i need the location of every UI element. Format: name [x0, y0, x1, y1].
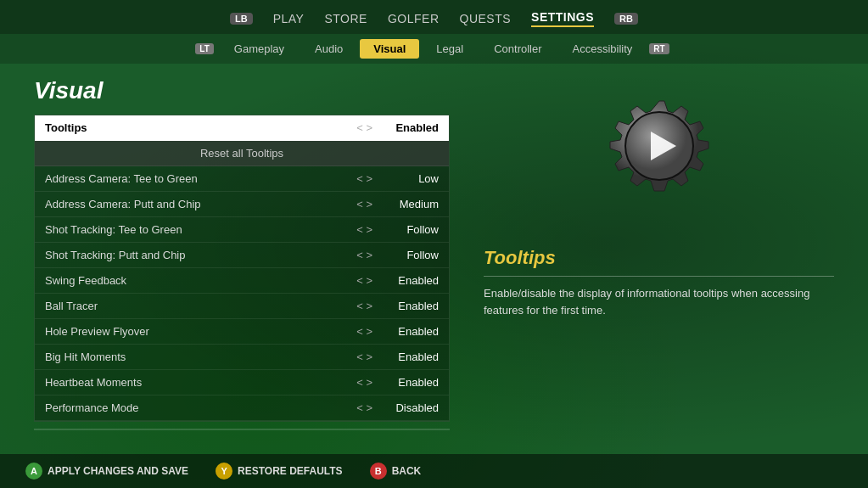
- arrow-control-address-camera-putt[interactable]: < >: [356, 198, 372, 210]
- setting-row-ball-tracer[interactable]: Ball Tracer < > Enabled: [35, 294, 449, 319]
- arrow-control-address-camera-tee[interactable]: < >: [356, 172, 372, 185]
- arrow-control-hole-preview[interactable]: < >: [356, 325, 372, 338]
- nav-golfer[interactable]: GOLFER: [388, 12, 440, 25]
- setting-value-performance: Disabled: [379, 401, 439, 414]
- arrow-control-heartbeat[interactable]: < >: [356, 376, 372, 389]
- arrow-control-shot-tracking-putt[interactable]: < >: [356, 249, 372, 261]
- tab-bar: LT Gameplay Audio Visual Legal Controlle…: [0, 34, 868, 64]
- settings-list: Tooltips < > Enabled Reset all Tooltips …: [34, 115, 450, 422]
- arrow-control-swing-feedback[interactable]: < >: [356, 274, 372, 287]
- b-button: B: [370, 463, 387, 480]
- setting-row-performance[interactable]: Performance Mode < > Disabled: [35, 395, 449, 421]
- setting-value-shot-tracking-tee: Follow: [379, 223, 439, 236]
- rt-trigger: RT: [649, 43, 669, 54]
- setting-row-tooltips[interactable]: Tooltips < > Enabled: [35, 115, 449, 141]
- setting-value-hole-preview: Enabled: [379, 325, 439, 338]
- apply-label: APPLY CHANGES AND SAVE: [48, 465, 188, 477]
- nav-settings[interactable]: SETTINGS: [531, 10, 594, 27]
- right-panel: Tooltips Enable/disable the display of i…: [484, 77, 834, 440]
- setting-label-hole-preview: Hole Preview Flyover: [45, 325, 356, 338]
- setting-label-big-hit: Big Hit Moments: [45, 351, 356, 363]
- arrow-control-tooltips[interactable]: < >: [356, 121, 372, 134]
- tab-accessibility[interactable]: Accessibility: [559, 39, 647, 59]
- setting-row-shot-tracking-putt[interactable]: Shot Tracking: Putt and Chip < > Follow: [35, 243, 449, 268]
- back-action[interactable]: B BACK: [370, 463, 422, 480]
- a-button: A: [25, 463, 42, 480]
- info-description: Enable/disable the display of informatio…: [484, 285, 834, 318]
- bottom-bar: A APPLY CHANGES AND SAVE Y RESTORE DEFAU…: [0, 454, 868, 488]
- arrow-control-shot-tracking-tee[interactable]: < >: [356, 223, 372, 236]
- setting-label-heartbeat: Heartbeat Moments: [45, 376, 356, 389]
- setting-row-reset[interactable]: Reset all Tooltips: [35, 141, 449, 166]
- tab-gameplay[interactable]: Gameplay: [221, 39, 298, 59]
- nav-quests[interactable]: QUESTS: [460, 12, 512, 25]
- setting-row-shot-tracking-tee[interactable]: Shot Tracking: Tee to Green < > Follow: [35, 217, 449, 243]
- arrow-control-big-hit[interactable]: < >: [356, 351, 372, 363]
- restore-label: RESTORE DEFAULTS: [238, 465, 343, 477]
- setting-label-tooltips: Tooltips: [45, 121, 356, 134]
- setting-value-address-camera-tee: Low: [379, 172, 439, 185]
- nav-play[interactable]: PLAY: [273, 12, 305, 25]
- setting-label-shot-tracking-putt: Shot Tracking: Putt and Chip: [45, 249, 356, 261]
- setting-label-address-camera-tee: Address Camera: Tee to Green: [45, 172, 356, 185]
- divider: [34, 429, 450, 430]
- main-content: Visual Tooltips < > Enabled Reset all To…: [0, 64, 868, 454]
- page-title: Visual: [34, 77, 450, 104]
- setting-value-big-hit: Enabled: [379, 351, 439, 363]
- gear-play-icon: [600, 94, 719, 213]
- setting-value-swing-feedback: Enabled: [379, 274, 439, 287]
- setting-row-big-hit[interactable]: Big Hit Moments < > Enabled: [35, 345, 449, 370]
- setting-row-hole-preview[interactable]: Hole Preview Flyover < > Enabled: [35, 319, 449, 345]
- tab-controller[interactable]: Controller: [480, 39, 555, 59]
- setting-row-address-camera-putt[interactable]: Address Camera: Putt and Chip < > Medium: [35, 192, 449, 217]
- top-nav: LB PLAY STORE GOLFER QUESTS SETTINGS RB: [0, 0, 868, 34]
- restore-action[interactable]: Y RESTORE DEFAULTS: [216, 463, 343, 480]
- info-title: Tooltips: [484, 247, 834, 277]
- setting-row-address-camera-tee[interactable]: Address Camera: Tee to Green < > Low: [35, 166, 449, 192]
- apply-action[interactable]: A APPLY CHANGES AND SAVE: [25, 463, 188, 480]
- lt-trigger: LT: [195, 43, 213, 54]
- arrow-control-ball-tracer[interactable]: < >: [356, 300, 372, 312]
- rb-trigger: RB: [614, 13, 638, 25]
- tab-visual[interactable]: Visual: [360, 39, 419, 59]
- setting-value-heartbeat: Enabled: [379, 376, 439, 389]
- setting-value-shot-tracking-putt: Follow: [379, 249, 439, 261]
- reset-label: Reset all Tooltips: [200, 147, 283, 160]
- y-button: Y: [216, 463, 232, 480]
- arrow-control-performance[interactable]: < >: [356, 401, 372, 414]
- setting-label-ball-tracer: Ball Tracer: [45, 300, 356, 312]
- setting-row-swing-feedback[interactable]: Swing Feedback < > Enabled: [35, 268, 449, 294]
- gear-icon-container: [600, 94, 719, 213]
- tab-audio[interactable]: Audio: [301, 39, 356, 59]
- setting-label-address-camera-putt: Address Camera: Putt and Chip: [45, 198, 356, 210]
- setting-value-ball-tracer: Enabled: [379, 300, 439, 312]
- setting-value-tooltips: Enabled: [379, 121, 439, 134]
- lb-trigger: LB: [230, 13, 253, 25]
- tab-legal[interactable]: Legal: [423, 39, 477, 59]
- setting-label-performance: Performance Mode: [45, 401, 356, 414]
- info-panel: Tooltips Enable/disable the display of i…: [484, 247, 834, 318]
- back-label: BACK: [392, 465, 422, 477]
- setting-row-heartbeat[interactable]: Heartbeat Moments < > Enabled: [35, 370, 449, 395]
- left-panel: Visual Tooltips < > Enabled Reset all To…: [34, 77, 450, 440]
- setting-label-swing-feedback: Swing Feedback: [45, 274, 356, 287]
- setting-value-address-camera-putt: Medium: [379, 198, 439, 210]
- nav-store[interactable]: STORE: [324, 12, 367, 25]
- setting-label-shot-tracking-tee: Shot Tracking: Tee to Green: [45, 223, 356, 236]
